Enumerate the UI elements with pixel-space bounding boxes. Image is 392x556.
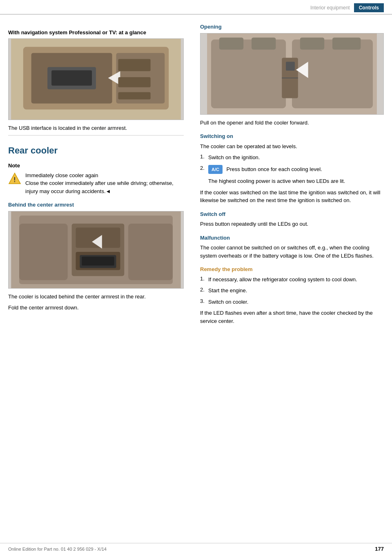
switching-on-note1: The highest cooling power is active when… [200, 177, 384, 185]
remedy-step-2-text: Start the engine. [208, 287, 384, 295]
svg-rect-23 [211, 39, 286, 108]
right-column: Opening Pull [196, 23, 384, 328]
svg-rect-8 [118, 77, 150, 87]
divider [8, 135, 184, 136]
svg-rect-18 [82, 256, 114, 265]
svg-rect-21 [128, 223, 173, 280]
switch-off-para: Press button repeatedly until the LEDs g… [200, 220, 384, 228]
page-footer: Online Edition for Part no. 01 40 2 956 … [0, 543, 392, 552]
svg-rect-5 [51, 70, 92, 86]
page-header: Interior equipment Controls [0, 0, 392, 15]
svg-text:!: ! [13, 176, 16, 183]
note-line1: Immediately close cooler again [25, 171, 184, 180]
remedy-note: If the LED flashes even after a short ti… [200, 309, 384, 325]
svg-rect-30 [252, 37, 276, 49]
step-1: 1. Switch on the ignition. [200, 153, 384, 162]
tab-label: Controls [354, 3, 384, 12]
step-1-num: 1. [200, 153, 208, 160]
remedy-step-2: 2. Start the engine. [200, 287, 384, 295]
switching-on-para: The cooler can be operated at two levels… [200, 142, 384, 151]
switching-on-heading: Switching on [200, 132, 384, 140]
svg-rect-31 [300, 37, 324, 49]
rear-image [8, 211, 184, 289]
behind-para2: Fold the center armrest down. [8, 304, 184, 312]
top-paragraph: The USB interface is located in the cent… [8, 124, 184, 132]
ac-button: A/C [208, 165, 223, 174]
malfunction-para: The cooler cannot be switched on or swit… [200, 244, 384, 260]
main-content: With navigation system Professional or T… [0, 15, 392, 336]
remedy-step-1-num: 1. [200, 276, 208, 282]
step-2-num: 2. [200, 165, 208, 171]
remedy-step-1: 1. If necessary, allow the refrigerator … [200, 276, 384, 284]
remedy-step-3-text: Switch on cooler. [208, 298, 384, 306]
warning-icon: ! [8, 172, 21, 185]
step-2-content: A/C Press button once for each cooling l… [208, 165, 384, 174]
switching-on-note2: If the cooler was switched on the last t… [200, 189, 384, 205]
remedy-step-3-num: 3. [200, 298, 208, 304]
footer-text: Online Edition for Part no. 01 40 2 956 … [8, 547, 107, 552]
note-text: Immediately close cooler again Close the… [25, 171, 184, 196]
note-label: Note [8, 162, 184, 170]
remedy-step-1-text: If necessary, allow the refrigerator coo… [208, 276, 384, 284]
left-column: With navigation system Professional or T… [8, 23, 196, 328]
behind-para1: The cooler is located behind the center … [8, 293, 184, 301]
top-heading: With navigation system Professional or T… [8, 29, 184, 37]
opening-image [200, 33, 384, 115]
remedy-step-3: 3. Switch on cooler. [200, 298, 384, 306]
svg-rect-7 [118, 59, 150, 71]
usb-image [8, 38, 184, 120]
page-number: 177 [375, 546, 384, 552]
malfunction-heading: Malfunction [200, 234, 384, 242]
step-2: 2. A/C Press button once for each coolin… [200, 165, 384, 174]
remedy-heading: Remedy the problem [200, 265, 384, 274]
svg-rect-26 [286, 62, 295, 71]
svg-rect-29 [219, 37, 243, 49]
behind-heading: Behind the center armrest [8, 201, 184, 209]
step-1-text: Switch on the ignition. [208, 153, 384, 162]
opening-heading: Opening [200, 23, 384, 31]
switch-off-heading: Switch off [200, 210, 384, 218]
rear-cooler-title: Rear cooler [8, 145, 184, 156]
svg-rect-32 [332, 37, 361, 49]
note-box: ! Immediately close cooler again Close t… [8, 171, 184, 196]
section-label: Interior equipment [8, 5, 354, 11]
opening-para: Pull on the opener and fold the cooler f… [200, 119, 384, 127]
step-2-text: Press button once for each cooling level… [227, 166, 322, 172]
remedy-step-2-num: 2. [200, 287, 208, 293]
svg-rect-9 [118, 92, 150, 99]
svg-rect-20 [19, 223, 68, 280]
note-line2: Close the cooler immediately after use w… [25, 179, 184, 195]
